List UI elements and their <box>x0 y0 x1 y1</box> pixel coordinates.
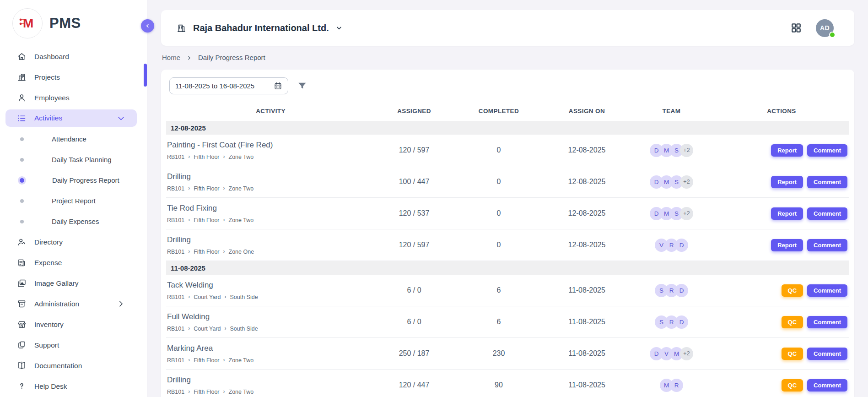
path-chevron-icon: › <box>225 326 226 331</box>
sidebar-subitem-label: Daily Expenses <box>52 218 99 225</box>
content-card: 11-08-2025 to 16-08-2025 ACTIVITYASSIGNE… <box>161 70 854 397</box>
assigned-value: 100 / 447 <box>375 178 453 186</box>
sidebar-subitem-attendance[interactable]: Attendance <box>0 129 147 149</box>
app-title: PMS <box>49 15 81 32</box>
sidebar-item-image-gallary[interactable]: Image Gallary <box>0 273 147 294</box>
sidebar-item-directory[interactable]: Directory <box>0 232 147 252</box>
bullet-dot-icon <box>20 178 24 183</box>
date-group-header: 11-08-2025 <box>166 261 849 275</box>
sidebar-item-activities[interactable]: Activities <box>5 109 137 127</box>
path-segment: South Side <box>230 294 258 300</box>
team-avatar: R <box>670 379 683 392</box>
path-chevron-icon: › <box>225 294 226 299</box>
path-chevron-icon: › <box>188 294 190 299</box>
table-row: Marking AreaRB101›Fifth Floor›Zone Two25… <box>166 338 849 370</box>
sidebar-item-projects[interactable]: Projects <box>0 67 147 87</box>
assign-on-date: 12-08-2025 <box>545 178 629 186</box>
report-button[interactable]: Report <box>771 144 803 157</box>
comment-button[interactable]: Comment <box>807 176 847 188</box>
apps-grid-icon[interactable] <box>790 22 802 34</box>
comment-button[interactable]: Comment <box>807 207 847 220</box>
team-avatar-overflow[interactable]: +2 <box>680 175 693 189</box>
sidebar-item-inventory[interactable]: Inventory <box>0 314 147 335</box>
path-segment: RB101 <box>167 326 184 332</box>
path-segment: Fifth Floor <box>194 249 219 255</box>
sidebar-subitem-project-report[interactable]: Project Report <box>0 190 147 211</box>
report-button[interactable]: Report <box>771 239 803 251</box>
sidebar-item-employees[interactable]: Employees <box>0 87 147 108</box>
activity-title: Tack Welding <box>167 281 375 290</box>
breadcrumb-home-link[interactable]: Home <box>162 54 180 61</box>
bullet-dot-icon <box>20 220 24 223</box>
assigned-value: 120 / 447 <box>375 381 453 389</box>
actions-cell: QCComment <box>714 348 849 360</box>
sidebar-item-dashboard[interactable]: Dashboard <box>0 46 147 67</box>
qc-button[interactable]: QC <box>782 348 803 360</box>
sidebar-subitem-daily-expenses[interactable]: Daily Expenses <box>0 211 147 232</box>
home-icon <box>17 52 27 61</box>
topbar: Raja Bahadur International Ltd. AD <box>161 10 854 46</box>
user-avatar[interactable]: AD <box>816 19 834 37</box>
sidebar-item-support[interactable]: Support <box>0 335 147 355</box>
report-button[interactable]: Report <box>771 207 803 220</box>
table-row: DrillingRB101›Fifth Floor›Zone One120 / … <box>166 229 849 261</box>
comment-button[interactable]: Comment <box>807 284 847 297</box>
buildings-icon <box>17 72 27 82</box>
filter-funnel-icon[interactable] <box>297 81 307 91</box>
table-header-row: ACTIVITYASSIGNEDCOMPLETEDASSIGN ONTEAMAC… <box>166 101 849 121</box>
assigned-value: 120 / 597 <box>375 146 453 154</box>
sidebar-nav: DashboardProjectsEmployeesActivitiesAtte… <box>0 46 147 397</box>
storefront-icon <box>17 320 27 329</box>
actions-cell: QCComment <box>714 316 849 328</box>
sidebar-item-expense[interactable]: Expense <box>0 252 147 273</box>
actions-cell: ReportComment <box>714 239 849 251</box>
assigned-value: 120 / 537 <box>375 209 453 218</box>
path-segment: Zone Two <box>229 154 254 160</box>
comment-button[interactable]: Comment <box>807 348 847 360</box>
table-row: Full WeldingRB101›Court Yard›South Side6… <box>166 306 849 338</box>
invoice-icon <box>17 258 27 267</box>
sidebar-item-documentation[interactable]: Documentation <box>0 355 147 376</box>
team-avatar-overflow[interactable]: +2 <box>680 207 693 220</box>
comment-button[interactable]: Comment <box>807 239 847 251</box>
assign-on-date: 12-08-2025 <box>545 146 629 154</box>
sidebar-subitem-daily-task-planning[interactable]: Daily Task Planning <box>0 149 147 170</box>
qc-button[interactable]: QC <box>782 316 803 328</box>
list-check-icon <box>17 114 27 123</box>
path-chevron-icon: › <box>223 389 225 394</box>
sidebar-subitem-label: Daily Progress Report <box>52 176 119 184</box>
chevron-right-icon <box>116 299 126 309</box>
activity-title: Drilling <box>167 172 375 181</box>
qc-button[interactable]: QC <box>782 379 803 392</box>
activity-cell: DrillingRB101›Fifth Floor›Zone Two <box>166 172 375 192</box>
report-button[interactable]: Report <box>771 176 803 188</box>
team-avatar-overflow[interactable]: +2 <box>680 144 693 157</box>
comment-button[interactable]: Comment <box>807 316 847 328</box>
path-chevron-icon: › <box>188 185 190 191</box>
activity-cell: Tack WeldingRB101›Court Yard›South Side <box>166 281 375 300</box>
table-row: DrillingRB101›Fifth Floor›Zone Two120 / … <box>166 370 849 397</box>
path-chevron-icon: › <box>188 389 190 394</box>
assigned-value: 6 / 0 <box>375 286 453 294</box>
sidebar-item-administration[interactable]: Administration <box>0 294 147 314</box>
sidebar-collapse-button[interactable] <box>141 19 154 33</box>
date-range-input[interactable]: 11-08-2025 to 16-08-2025 <box>169 77 288 94</box>
company-selector[interactable]: Raja Bahadur International Ltd. <box>176 23 343 33</box>
sidebar-item-help-desk[interactable]: Help Desk <box>0 376 147 397</box>
completed-value: 6 <box>453 318 545 326</box>
sidebar-item-label: Dashboard <box>34 53 69 61</box>
path-chevron-icon: › <box>188 357 190 363</box>
path-segment: RB101 <box>167 249 184 255</box>
qc-button[interactable]: QC <box>782 284 803 297</box>
team-avatars: SRD <box>629 315 714 329</box>
team-avatar: D <box>675 315 688 329</box>
team-avatar-overflow[interactable]: +2 <box>680 347 693 360</box>
sidebar-subitem-daily-progress-report[interactable]: Daily Progress Report <box>0 170 147 190</box>
sidebar-item-label: Directory <box>34 238 63 246</box>
archive-box-icon <box>17 299 27 309</box>
activity-title: Full Welding <box>167 312 375 321</box>
team-avatar: D <box>675 239 688 252</box>
path-segment: Fifth Floor <box>194 154 219 160</box>
comment-button[interactable]: Comment <box>807 379 847 392</box>
comment-button[interactable]: Comment <box>807 144 847 157</box>
